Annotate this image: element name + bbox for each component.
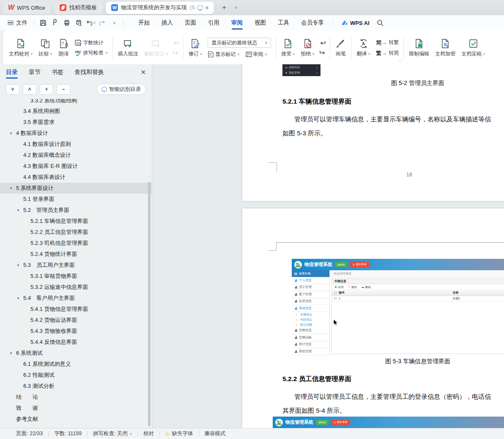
toc-item[interactable]: 5.4.2 货物运达界面 <box>0 315 152 326</box>
print-button[interactable] <box>62 18 72 28</box>
finalize-document-button[interactable]: 文档定稿˅ <box>458 37 488 58</box>
expand-arrow-icon[interactable]: ▼ <box>9 351 16 355</box>
menu-tab[interactable]: 插入 <box>156 15 179 30</box>
panel-scrollbar[interactable] <box>148 182 151 426</box>
file-menu-button[interactable]: 文件 <box>4 19 31 27</box>
toc-item[interactable]: ▼ 5.4 客户用户主界面 <box>0 293 152 304</box>
menu-tab[interactable]: 工具 <box>272 15 295 30</box>
toc-item[interactable]: 5.4.4 反馈信息界面 <box>0 337 152 348</box>
tab-list-button[interactable]: ˅ <box>231 3 241 13</box>
toc-item[interactable]: 3.4 系统用例图 <box>0 106 152 117</box>
redo-button[interactable] <box>97 18 107 28</box>
menu-tab[interactable]: 视图 <box>249 15 272 30</box>
toc-item[interactable]: 3.3.2 系统功能结构 <box>0 99 152 106</box>
toc-item[interactable]: 5.2.1 车辆信息管理界面 <box>0 216 152 227</box>
toc-item[interactable]: 6.3 测试分析 <box>0 381 152 392</box>
compat-mode-indicator[interactable]: 兼容模式 <box>205 430 226 437</box>
toc-item[interactable]: 5.4.1 货物信息管理界面 <box>0 304 152 315</box>
toc-item[interactable]: 4.2 数据库概念设计 <box>0 150 152 161</box>
wps-ai-button[interactable]: WPS AI <box>341 20 370 26</box>
review-pane-button[interactable]: 审阅˅ <box>246 51 267 58</box>
markup-state-select[interactable]: 显示标记的最终状态˅ <box>208 38 271 48</box>
smart-toc-button[interactable]: 智能识别目录 <box>96 84 146 95</box>
toc-item[interactable]: ▼ 5.2 管理员主界面 <box>0 205 152 216</box>
insert-comment-button[interactable]: 插入批注 <box>115 37 141 58</box>
toc-next-button[interactable]: ˅ <box>6 84 19 95</box>
simplified-to-traditional-button[interactable]: 简→ 转繁 <box>376 39 399 47</box>
traditional-to-simplified-button[interactable]: 繁→ 转简 <box>376 49 399 57</box>
encrypt-document-button[interactable]: 文档加密 <box>432 37 458 58</box>
toc-item[interactable]: 6.1 系统测试的意义 <box>0 359 152 370</box>
undo-dropdown-icon[interactable]: ˅ <box>93 21 96 25</box>
toc-item[interactable]: 5.3.2 运输途中信息界面 <box>0 282 152 293</box>
translate-button[interactable]: A 翻译˅ <box>354 37 373 58</box>
toc-item[interactable]: 5.2.3 司机信息管理界面 <box>0 238 152 249</box>
tab-docer-template[interactable]: 找稻壳模板 <box>54 2 102 14</box>
pen-button[interactable]: 画笔 <box>332 37 349 58</box>
previous-comment-icon[interactable] <box>173 40 179 46</box>
document-page-19[interactable]: 物流管理系统 admin ⊙ 退出登录 菜单列表 <box>242 209 504 428</box>
reject-revision-button[interactable]: 拒绝˅ <box>298 37 318 58</box>
toc-item[interactable]: 5.2.4 货物统计界面 <box>0 249 152 260</box>
menu-tab[interactable]: 页面 <box>179 15 202 30</box>
toc-item[interactable]: 结 论 <box>0 392 152 403</box>
read-aloud-button[interactable]: 朗读 <box>55 37 72 58</box>
expand-arrow-icon[interactable]: ▼ <box>16 296 23 300</box>
show-markup-button[interactable]: 显示标记˅ <box>208 51 239 58</box>
page-indicator[interactable]: 页面: 22/33 <box>16 430 43 437</box>
panel-tab-find-replace[interactable]: 查找和替换 <box>74 64 104 80</box>
panel-tab-bookmarks[interactable]: 书签 <box>52 64 63 80</box>
dialog-launcher-icon[interactable]: ⌟ <box>399 58 400 62</box>
toc-item[interactable]: 4.3 数据库 E-R 图设计 <box>0 161 152 172</box>
new-tab-button[interactable]: + <box>219 3 229 13</box>
toc-item[interactable]: 参考文献 <box>0 414 152 425</box>
spellcheck-indicator[interactable]: 拼写检查: 关闭 ˅ <box>93 430 132 437</box>
toc-item[interactable]: 3.5 界面需求 <box>0 117 152 128</box>
menu-tab[interactable]: 引用 <box>202 15 225 30</box>
accept-revision-button[interactable]: 接受˅ <box>278 37 298 58</box>
menu-tab[interactable]: 审阅 <box>225 15 249 30</box>
tab-wps-office[interactable]: W WPS Office <box>3 2 51 14</box>
panel-tab-toc[interactable]: 目录 <box>6 64 18 80</box>
toc-item[interactable]: ▼ 5 系统界面设计 <box>0 183 152 194</box>
previous-revision-icon[interactable] <box>319 40 326 46</box>
delete-comment-button[interactable]: 删除批注˅ <box>141 37 171 58</box>
print-preview-button[interactable] <box>74 18 84 28</box>
spell-check-button[interactable]: ABC 拼写检查˅ <box>75 49 108 57</box>
undo-button[interactable]: ˅ <box>85 18 96 28</box>
document-area[interactable]: 运单信息 ▾ 系统管理 ▾ 图 5-2 管理员主界面 5.2.1 车辆信息管理界… <box>152 64 504 428</box>
quick-access-more-button[interactable]: ˅ <box>109 18 119 28</box>
search-button[interactable] <box>375 18 386 28</box>
toc-item[interactable]: 6.2 性能测试 <box>0 370 152 381</box>
word-count-indicator[interactable]: 字数: 11159 <box>54 430 82 437</box>
next-comment-icon[interactable] <box>173 50 179 55</box>
toc-item[interactable]: 5.1 登录界面 <box>0 194 152 205</box>
track-changes-button[interactable]: 修订˅ <box>186 37 205 58</box>
toc-item[interactable]: 5.3.1 审核货物界面 <box>0 271 152 282</box>
export-pdf-button[interactable] <box>50 18 60 28</box>
menu-tab[interactable]: 开始 <box>132 15 156 30</box>
menu-tab[interactable]: 会员专享 <box>295 15 330 30</box>
toc-item[interactable]: ▼ 4 数据库设计 <box>0 128 152 139</box>
toc-item[interactable]: 5.2.2 员工信息管理界面 <box>0 227 152 238</box>
expand-arrow-icon[interactable]: ▼ <box>16 263 23 267</box>
compare-button[interactable]: 比较˅ <box>36 37 55 58</box>
toc-item[interactable]: ▼ 5.3 员工用户主界面 <box>0 260 152 271</box>
toc-collapse-button[interactable]: − <box>57 84 70 95</box>
close-panel-icon[interactable]: ✕ <box>140 69 146 76</box>
toc-prev-button[interactable]: ˄ <box>23 84 36 95</box>
expand-arrow-icon[interactable]: ▼ <box>9 132 16 135</box>
toc-item[interactable]: 5.4.3 货物验收界面 <box>0 326 152 337</box>
tab-document-active[interactable]: W 物流管理系统的开发与实现 (S <box>106 2 214 14</box>
panel-tab-chapters[interactable]: 章节 <box>29 64 41 80</box>
next-revision-icon[interactable] <box>319 50 326 55</box>
doc-proof-button[interactable]: a 文档校对˅ <box>6 37 36 58</box>
document-page-18[interactable]: 运单信息 ▾ 系统管理 ▾ 图 5-2 管理员主界面 5.2.1 车辆信息管理界… <box>242 64 504 201</box>
expand-arrow-icon[interactable]: ▼ <box>9 187 16 190</box>
proofread-button[interactable]: 校对 <box>143 430 154 437</box>
toc-expand-button[interactable]: + <box>40 84 53 95</box>
word-count-button[interactable]: 12 字数统计 <box>75 39 108 47</box>
toc-item[interactable]: 4.1 数据库设计原则 <box>0 139 152 150</box>
missing-font-warning[interactable]: ⚠缺失字体 <box>165 430 193 437</box>
toc-item[interactable]: 致 谢 <box>0 403 152 414</box>
